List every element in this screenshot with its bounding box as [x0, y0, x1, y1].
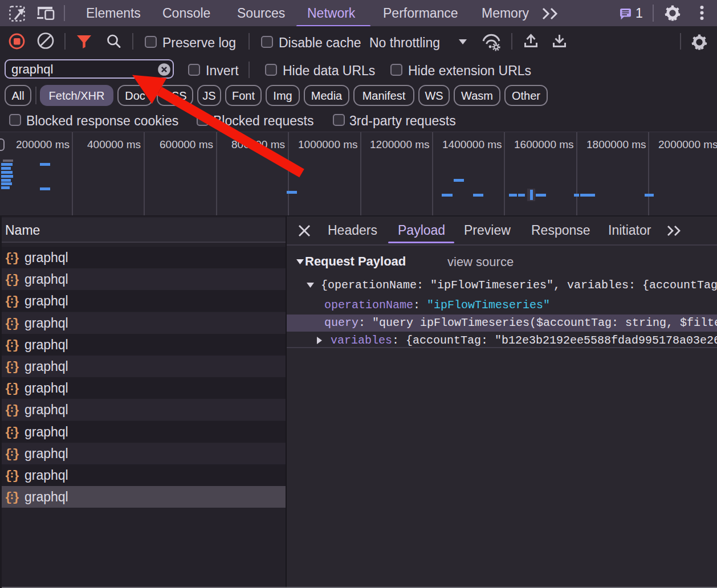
- svg-text:{: {: [5, 273, 12, 287]
- svg-text:}: }: [13, 251, 20, 266]
- svg-text:}: }: [13, 382, 20, 396]
- svg-text:{: {: [5, 295, 12, 309]
- svg-text:}: }: [13, 403, 20, 418]
- svg-text:{: {: [5, 382, 12, 396]
- svg-text:{: {: [5, 251, 12, 266]
- svg-text:{: {: [5, 317, 12, 331]
- svg-text:}: }: [13, 447, 20, 462]
- svg-text:{: {: [5, 447, 12, 462]
- svg-text:{: {: [5, 426, 12, 440]
- svg-text:{: {: [5, 338, 12, 353]
- svg-text:}: }: [13, 426, 20, 440]
- svg-text:}: }: [13, 273, 20, 287]
- svg-text:}: }: [13, 338, 20, 353]
- svg-text:{: {: [5, 360, 12, 374]
- svg-text:}: }: [13, 360, 20, 374]
- svg-text:{: {: [5, 491, 12, 505]
- svg-text:}: }: [13, 317, 20, 331]
- svg-text:{: {: [5, 469, 12, 483]
- svg-text:}: }: [13, 469, 20, 483]
- svg-text:}: }: [13, 491, 20, 505]
- svg-text:}: }: [13, 295, 20, 309]
- svg-text:{: {: [5, 403, 12, 418]
